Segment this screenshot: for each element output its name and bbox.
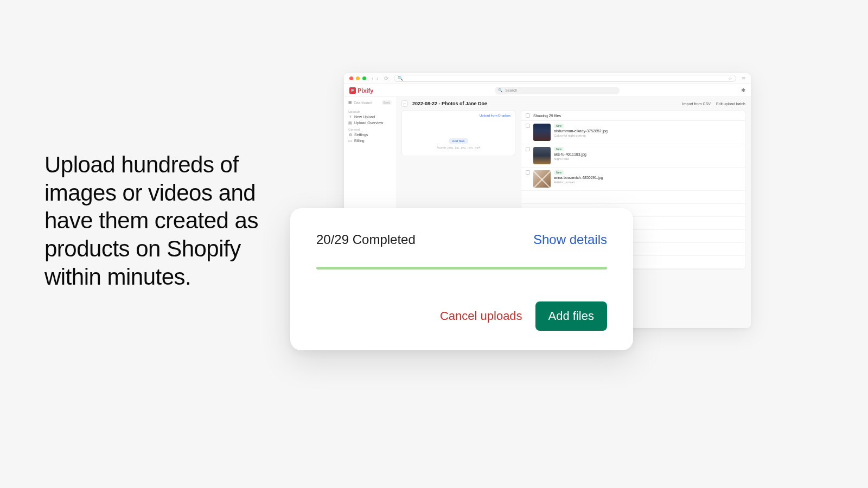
- show-details-link[interactable]: Show details: [533, 232, 607, 247]
- close-window-icon[interactable]: [349, 76, 353, 80]
- sidebar-item-label: New Upload: [354, 115, 375, 119]
- file-name: anna-tarazevich-4850291.jpg: [554, 176, 603, 179]
- search-icon: 🔍: [498, 88, 503, 93]
- thumbnail: [533, 124, 551, 141]
- app-menu-icon[interactable]: ✱: [741, 87, 745, 93]
- row-checkbox[interactable]: [526, 124, 530, 128]
- status-badge: New: [554, 124, 564, 128]
- sidebar-group-general: General: [348, 128, 392, 131]
- billing-icon: ▭: [348, 139, 352, 143]
- dropzone-hint: Accepts .jpeg, .jpg, .png, .mov, .mp4: [437, 146, 481, 149]
- file-name: abdurhman-elkady-3752852.jpg: [554, 129, 608, 133]
- sidebar-item-label: Settings: [354, 133, 368, 137]
- row-checkbox[interactable]: [526, 170, 530, 175]
- status-badge: New: [554, 147, 564, 151]
- list-item[interactable]: New aks-fu-4011183.jpg Night road: [521, 144, 745, 168]
- row-checkbox[interactable]: [526, 147, 530, 151]
- add-files-button[interactable]: Add files: [449, 138, 468, 144]
- marketing-headline: Upload hundreds of images or videos and …: [44, 151, 294, 291]
- edit-batch-link[interactable]: Edit upload batch: [716, 102, 745, 106]
- plan-badge: Basic: [382, 100, 392, 105]
- minimize-window-icon[interactable]: [356, 76, 360, 80]
- sidebar-item-label: Billing: [354, 139, 365, 143]
- file-desc: Colourful night portrait: [554, 134, 608, 137]
- select-all-checkbox[interactable]: [526, 113, 530, 118]
- app-search[interactable]: 🔍 Search: [495, 87, 620, 94]
- add-files-button[interactable]: Add files: [535, 301, 607, 331]
- sidebar-item-dashboard[interactable]: ▦ Dashboard: [348, 101, 372, 105]
- brand-name: Pixify: [358, 87, 373, 94]
- overview-icon: ▤: [348, 121, 352, 125]
- maximize-window-icon[interactable]: [362, 76, 366, 80]
- sidebar-item-label: Upload Overview: [354, 121, 383, 125]
- thumbnail: [533, 147, 551, 164]
- sidebar-item-new-upload[interactable]: ⇧ New Upload: [348, 115, 392, 119]
- gear-icon: ⚙: [348, 133, 352, 137]
- menu-icon[interactable]: ≡: [742, 75, 745, 82]
- sidebar-item-upload-overview[interactable]: ▤ Upload Overview: [348, 121, 392, 125]
- cancel-uploads-button[interactable]: Cancel uploads: [440, 309, 522, 323]
- search-placeholder: Search: [505, 88, 517, 92]
- list-item[interactable]: New anna-tarazevich-4850291.jpg Artistic…: [521, 168, 745, 191]
- page-title: 2022-08-22 - Photos of Jane Doe: [412, 101, 487, 106]
- file-desc: Night road: [554, 157, 586, 160]
- app-header: F Pixify 🔍 Search ✱: [344, 84, 751, 97]
- dashboard-icon: ▦: [348, 101, 352, 105]
- list-header-text: Showing 29 files: [533, 114, 561, 118]
- sidebar-item-label: Dashboard: [354, 101, 372, 105]
- upload-dropbox-link[interactable]: Upload from Dropbox: [480, 114, 510, 117]
- file-name: aks-fu-4011183.jpg: [554, 152, 586, 156]
- progress-bar: [316, 267, 607, 269]
- upload-icon: ⇧: [348, 115, 352, 119]
- brand-logo-icon: F: [349, 87, 356, 94]
- status-badge: New: [554, 170, 564, 175]
- upload-progress-modal: 20/29 Completed Show details Cancel uplo…: [290, 208, 633, 350]
- reload-icon[interactable]: ⟳: [384, 75, 388, 81]
- upload-dropzone[interactable]: Upload from Dropbox Add files Accepts .j…: [401, 110, 515, 156]
- list-item[interactable]: New abdurhman-elkady-3752852.jpg Colourf…: [521, 121, 745, 144]
- url-bar[interactable]: 🔍 ☆: [394, 75, 736, 82]
- brand[interactable]: F Pixify: [349, 87, 373, 94]
- arrow-left-icon: ←: [403, 102, 407, 106]
- sidebar-item-settings[interactable]: ⚙ Settings: [348, 133, 392, 137]
- progress-text: 20/29 Completed: [316, 232, 416, 247]
- thumbnail: [533, 170, 551, 188]
- sidebar-item-billing[interactable]: ▭ Billing: [348, 139, 392, 143]
- back-button[interactable]: ←: [401, 100, 408, 107]
- back-icon[interactable]: ‹: [372, 75, 373, 81]
- window-controls: [349, 76, 366, 80]
- sidebar-group-uploads: Uploads: [348, 110, 392, 113]
- list-item: [521, 191, 745, 204]
- file-desc: Artistic portrait: [554, 181, 603, 184]
- forward-icon[interactable]: ›: [376, 75, 378, 81]
- bookmark-icon[interactable]: ☆: [728, 76, 732, 81]
- import-csv-link[interactable]: Import from CSV: [682, 102, 711, 106]
- search-icon: 🔍: [398, 76, 403, 81]
- browser-titlebar: ‹ › ⟳ 🔍 ☆ ≡: [344, 73, 751, 84]
